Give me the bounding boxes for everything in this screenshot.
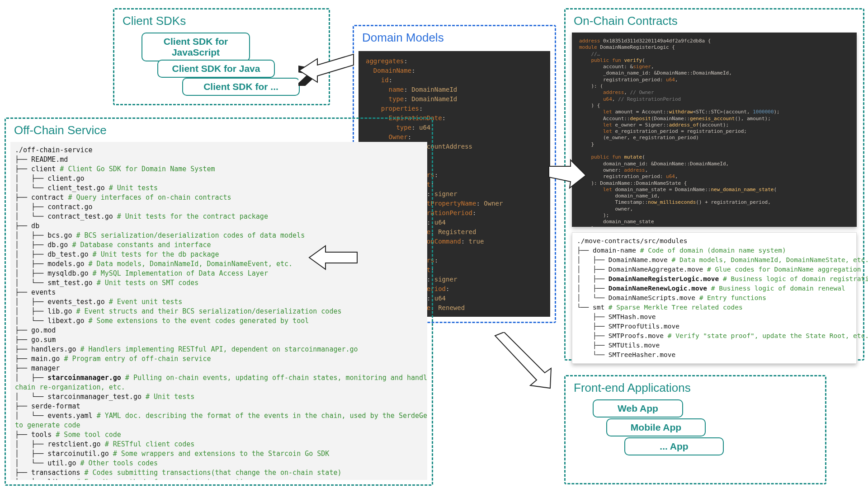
arrow-to-frontend — [491, 332, 558, 391]
panel-title-onchain: On-Chain Contracts — [566, 9, 863, 33]
panel-onchain: On-Chain Contracts address 0x18351d311d3… — [564, 8, 864, 361]
arrow-to-onchain — [547, 158, 588, 190]
offchain-tree: ./off-chain-service ├── README.md ├── cl… — [10, 142, 427, 480]
panel-title-domain-models: Domain Models — [354, 26, 555, 49]
panel-frontend: Front-end Applications Web App Mobile Ap… — [564, 375, 826, 484]
sdk-card-java: Client SDK for Java — [157, 60, 275, 78]
svg-marker-3 — [299, 54, 354, 82]
svg-marker-5 — [549, 160, 586, 188]
svg-marker-6 — [495, 332, 551, 388]
panel-title-offchain: Off-Chain Service — [6, 119, 432, 142]
svg-marker-4 — [309, 246, 357, 269]
app-card-mobile: Mobile App — [606, 418, 706, 436]
app-card-etc: ... App — [624, 437, 724, 455]
panel-offchain: Off-Chain Service ./off-chain-service ├─… — [5, 117, 433, 486]
arrow-to-client-sdks — [295, 45, 358, 86]
panel-title-frontend: Front-end Applications — [566, 376, 825, 399]
move-code-block: address 0x18351d311d32201149a4df2a9fc2db… — [572, 33, 857, 227]
sdk-card-js: Client SDK for JavaScript — [142, 33, 250, 61]
app-card-web: Web App — [593, 399, 683, 418]
arrow-to-offchain — [307, 244, 362, 271]
panel-title-client-sdks: Client SDKs — [114, 9, 329, 33]
sdk-card-etc: Client SDK for ... — [182, 78, 300, 96]
move-contracts-tree: ./move-contracts/src/modules ├── domain-… — [572, 232, 857, 364]
